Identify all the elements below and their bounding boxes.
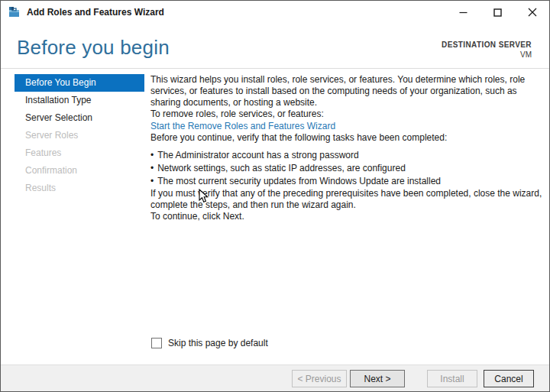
page-content: This wizard helps you install roles, rol… — [150, 74, 545, 222]
task-list: •The Administrator account has a strong … — [150, 149, 545, 188]
minimize-icon — [459, 8, 467, 17]
install-button: Install — [427, 370, 477, 387]
verify-heading: Before you continue, verify that the fol… — [150, 132, 545, 144]
next-button[interactable]: Next > — [350, 370, 405, 387]
task-item: •Network settings, such as static IP add… — [150, 162, 545, 175]
task-text: The most current security updates from W… — [157, 176, 441, 186]
bullet-icon: • — [150, 163, 154, 173]
footer-bar: < Previous Next > Install Cancel — [1, 364, 549, 391]
nav-item-confirmation: Confirmation — [15, 162, 144, 180]
intro-paragraph: This wizard helps you install roles, rol… — [150, 74, 545, 109]
bullet-icon: • — [150, 150, 154, 160]
destination-server-label: DESTINATION SERVER — [442, 40, 532, 49]
nav-item-before-you-begin[interactable]: Before You Begin — [15, 74, 144, 92]
remove-heading: To remove roles, role services, or featu… — [150, 109, 545, 120]
task-item: •The most current security updates from … — [150, 175, 545, 188]
window-title: Add Roles and Features Wizard — [27, 7, 164, 18]
window-controls — [446, 1, 549, 24]
nav-item-features: Features — [15, 144, 144, 162]
skip-page-label: Skip this page by default — [168, 338, 268, 348]
previous-button: < Previous — [292, 370, 347, 387]
close-button[interactable] — [515, 1, 549, 24]
wizard-steps-nav: Before You Begin Installation Type Serve… — [15, 74, 144, 197]
task-text: The Administrator account has a strong p… — [157, 150, 358, 160]
skip-page-row[interactable]: Skip this page by default — [151, 338, 268, 348]
maximize-icon — [493, 8, 502, 17]
bullet-icon: • — [150, 176, 154, 186]
maximize-button[interactable] — [480, 1, 515, 24]
wizard-header: Before you begin DESTINATION SERVER VM — [1, 24, 549, 68]
nav-item-server-roles: Server Roles — [15, 127, 144, 144]
task-item: •The Administrator account has a strong … — [150, 149, 545, 162]
header-divider — [1, 68, 549, 69]
continue-text: To continue, click Next. — [150, 211, 545, 222]
wizard-window: Add Roles and Features Wizard Before you… — [0, 0, 550, 392]
task-text: Network settings, such as static IP addr… — [157, 163, 406, 173]
remove-roles-wizard-link[interactable]: Start the Remove Roles and Features Wiza… — [150, 121, 335, 132]
skip-page-checkbox[interactable] — [151, 338, 162, 348]
destination-server-value: VM — [442, 50, 532, 59]
server-manager-icon — [8, 6, 21, 18]
close-icon — [528, 8, 537, 17]
destination-server-block: DESTINATION SERVER VM — [442, 40, 532, 59]
page-title: Before you begin — [17, 36, 170, 60]
nav-item-installation-type[interactable]: Installation Type — [15, 92, 144, 109]
nav-item-results: Results — [15, 180, 144, 197]
minimize-button[interactable] — [446, 1, 480, 24]
note-paragraph: If you must verify that any of the prece… — [150, 188, 545, 211]
title-bar: Add Roles and Features Wizard — [1, 1, 549, 24]
nav-item-server-selection[interactable]: Server Selection — [15, 109, 144, 127]
cancel-button[interactable]: Cancel — [484, 370, 534, 387]
